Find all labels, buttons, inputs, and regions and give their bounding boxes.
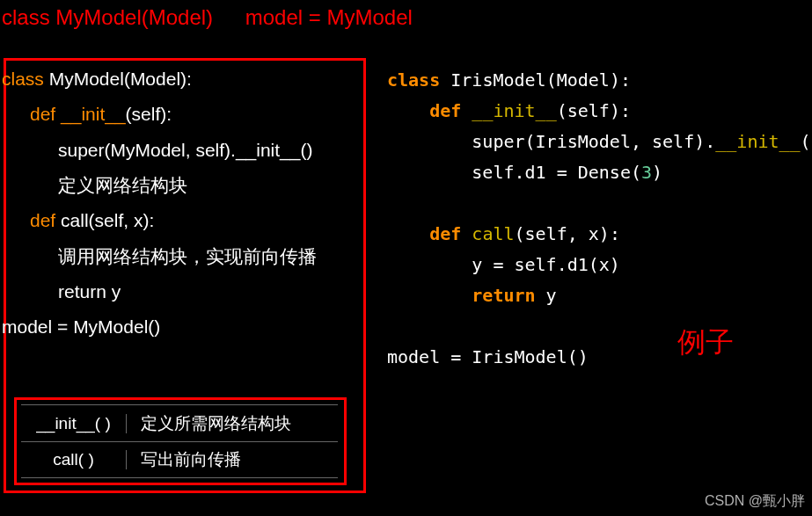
left-code-block: class MyModel(Model): def __init__(self)…	[2, 62, 371, 345]
code-line: class IrisModel(Model):	[387, 65, 809, 96]
code-line: 定义网络结构块	[2, 168, 371, 203]
table-cell-desc: 写出前向传播	[127, 448, 338, 471]
code-line: 调用网络结构块，实现前向传播	[2, 239, 371, 274]
csdn-watermark: CSDN @甄小胖	[705, 492, 805, 511]
code-line: return y	[2, 274, 371, 309]
example-label: 例子	[677, 323, 734, 362]
right-code-block: class IrisModel(Model): def __init__(sel…	[387, 65, 809, 373]
code-line: super(IrisModel, self).__init__()	[387, 127, 809, 157]
code-line: model = IrisModel()	[387, 342, 809, 373]
table-row: call( ) 写出前向传播	[21, 441, 338, 478]
table-row: __init__( ) 定义所需网络结构块	[21, 404, 338, 441]
code-line	[387, 311, 809, 342]
code-line: def call(self, x):	[2, 203, 371, 238]
table-cell-method: __init__( )	[21, 414, 127, 433]
code-line: def __init__(self):	[2, 97, 371, 132]
code-line	[387, 188, 809, 219]
code-line: self.d1 = Dense(3)	[387, 157, 809, 188]
code-line: class MyModel(Model):	[2, 62, 371, 97]
code-line: y = self.d1(x)	[387, 250, 809, 280]
top-annotation: class MyModel(Model) model = MyModel	[2, 5, 413, 30]
top-annotation-b: model = MyModel	[245, 5, 413, 29]
table-cell-method: call( )	[21, 450, 127, 469]
table-cell-desc: 定义所需网络结构块	[127, 412, 338, 435]
code-line: model = MyModel()	[2, 309, 371, 345]
code-line: return y	[387, 280, 809, 311]
code-line: def __init__(self):	[387, 96, 809, 127]
method-table: __init__( ) 定义所需网络结构块 call( ) 写出前向传播	[21, 404, 338, 478]
code-line: super(MyModel, self).__init__()	[2, 133, 371, 168]
top-annotation-a: class MyModel(Model)	[2, 5, 213, 29]
code-line: def call(self, x):	[387, 219, 809, 250]
